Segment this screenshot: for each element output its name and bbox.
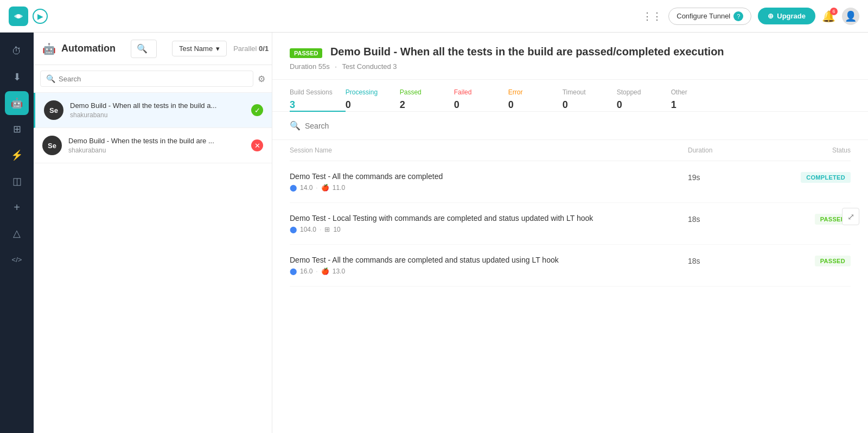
build-search-input[interactable] xyxy=(59,75,247,83)
session-search-bar[interactable]: 🔍 xyxy=(272,112,868,140)
session-row[interactable]: Demo Test - Local Testing with commands … xyxy=(290,203,851,245)
stat-build-sessions[interactable]: Build Sessions 3 xyxy=(290,80,346,112)
status-passed-icon: ✓ xyxy=(251,104,263,116)
build-item[interactable]: Se Demo Build - When all the tests in th… xyxy=(34,93,272,128)
nav-forward-button[interactable]: ▶ xyxy=(33,9,48,24)
sidebar-item-automation[interactable]: 🤖 xyxy=(5,91,29,115)
processing-value: 0 xyxy=(346,99,387,111)
sidebar-item-clock[interactable]: ⏱ xyxy=(5,39,29,63)
session-duration: 19s xyxy=(688,172,764,182)
session-name: Demo Test - All the commands are complet… xyxy=(290,172,688,181)
main-layout: ⏱ ⬇ 🤖 ⊞ ⚡ ◫ + △ </> 🤖 xyxy=(0,33,868,433)
error-value: 0 xyxy=(508,99,550,111)
build-search-row: 🔍 ⚙ xyxy=(34,65,272,93)
session-status: PASSED xyxy=(764,214,851,225)
chrome-icon: ⬤ xyxy=(290,268,297,275)
os-version: 10 xyxy=(333,226,340,233)
layers-icon: ◫ xyxy=(12,175,22,187)
build-name: Demo Build - When the tests in the build… xyxy=(68,137,245,145)
sidebar-item-code[interactable]: </> xyxy=(5,247,29,271)
apple-icon: 🍎 xyxy=(321,184,329,192)
grid-view-icon[interactable]: ⋮⋮ xyxy=(642,10,662,22)
build-list-sidebar: 🤖 Automation 🔍 Test Name ▾ Parallel 0/1 … xyxy=(34,33,272,433)
browser-version: 14.0 xyxy=(300,184,312,192)
build-detail-title: Demo Build - When all the tests in the b… xyxy=(330,46,724,58)
session-search-input[interactable] xyxy=(305,122,851,130)
sidebar-item-plus[interactable]: + xyxy=(5,195,29,219)
stat-failed[interactable]: Failed 0 xyxy=(454,80,508,112)
passed-label: Passed xyxy=(400,88,441,96)
code-icon: </> xyxy=(12,256,22,264)
sidebar-item-shapes[interactable]: △ xyxy=(5,221,29,245)
session-tags: ⬤ 14.0 · 🍎 11.0 xyxy=(290,184,688,192)
build-status: ✕ xyxy=(251,139,263,151)
shapes-icon: △ xyxy=(13,227,21,239)
configure-tunnel-button[interactable]: Configure Tunnel ? xyxy=(668,8,751,25)
grid2-icon: ⊞ xyxy=(13,123,21,135)
bell-wrapper[interactable]: 🔔 6 xyxy=(822,10,835,23)
timeout-value: 0 xyxy=(563,99,604,111)
automation-icon: 🤖 xyxy=(42,42,56,55)
filter-icon[interactable]: ⚙ xyxy=(258,74,265,84)
lightning-icon: ⚡ xyxy=(11,149,23,161)
parallel-label: Parallel 0/1 xyxy=(233,44,269,53)
robot-icon: 🤖 xyxy=(11,97,23,109)
session-row[interactable]: Demo Test - All the commands are complet… xyxy=(290,245,851,286)
logo[interactable] xyxy=(9,7,28,26)
error-label: Error xyxy=(508,88,550,96)
automation-title: Automation xyxy=(61,43,116,54)
sidebar-item-lightning[interactable]: ⚡ xyxy=(5,143,29,167)
build-avatar: Se xyxy=(44,100,63,120)
build-detail-header: PASSED Demo Build - When all the tests i… xyxy=(272,33,868,80)
test-name-dropdown[interactable]: Test Name ▾ xyxy=(172,41,227,56)
top-bar-right: ⋮⋮ Configure Tunnel ? ⊕ Upgrade 🔔 6 👤 xyxy=(642,8,859,25)
build-sessions-value: 3 xyxy=(290,99,333,111)
stat-error[interactable]: Error 0 xyxy=(508,80,563,112)
svg-point-0 xyxy=(16,14,20,18)
session-name: Demo Test - Local Testing with commands … xyxy=(290,214,688,222)
share-button[interactable]: ⤢ xyxy=(842,208,859,225)
build-user: shakurabanu xyxy=(68,147,245,154)
build-status: ✓ xyxy=(251,104,263,116)
duration-value: 55s xyxy=(318,62,330,71)
session-row[interactable]: Demo Test - All the commands are complet… xyxy=(290,161,851,203)
session-duration: 18s xyxy=(688,214,764,224)
clock-icon: ⏱ xyxy=(12,46,22,57)
session-status: PASSED xyxy=(764,256,851,266)
stat-timeout[interactable]: Timeout 0 xyxy=(563,80,617,112)
upgrade-button[interactable]: ⊕ Upgrade xyxy=(758,8,815,24)
avatar[interactable]: 👤 xyxy=(842,8,859,25)
sidebar-item-grid[interactable]: ⊞ xyxy=(5,117,29,141)
build-user: shakurabanu xyxy=(70,111,245,119)
main-content: PASSED Demo Build - When all the tests i… xyxy=(272,33,868,433)
sidebar-item-download[interactable]: ⬇ xyxy=(5,65,29,89)
icon-sidebar: ⏱ ⬇ 🤖 ⊞ ⚡ ◫ + △ </> xyxy=(0,33,34,433)
build-avatar: Se xyxy=(42,136,62,155)
upgrade-icon: ⊕ xyxy=(768,12,774,20)
timeout-label: Timeout xyxy=(563,88,604,96)
build-name: Demo Build - When all the tests in the b… xyxy=(70,101,245,110)
search-by-test-name-bar[interactable]: 🔍 xyxy=(131,40,157,58)
build-search-bar[interactable]: 🔍 xyxy=(40,71,253,87)
other-label: Other xyxy=(671,88,712,96)
session-status: COMPLETED xyxy=(764,172,851,183)
stat-processing[interactable]: Processing 0 xyxy=(346,80,400,112)
stat-other[interactable]: Other 1 xyxy=(671,80,725,112)
stat-stopped[interactable]: Stopped 0 xyxy=(617,80,671,112)
failed-label: Failed xyxy=(454,88,495,96)
session-search-icon: 🔍 xyxy=(290,120,301,131)
share-icon: ⤢ xyxy=(847,212,854,222)
upgrade-label: Upgrade xyxy=(777,12,806,20)
test-name-label: Test Name xyxy=(179,44,213,53)
chrome-icon: ⬤ xyxy=(290,184,297,192)
stat-passed[interactable]: Passed 2 xyxy=(400,80,454,112)
configure-tunnel-label: Configure Tunnel xyxy=(676,12,730,20)
session-table: Session Name Duration Status Demo Test -… xyxy=(272,140,868,286)
status-failed-icon: ✕ xyxy=(251,139,263,151)
build-item[interactable]: Se Demo Build - When the tests in the bu… xyxy=(34,128,272,163)
session-info: Demo Test - All the commands are complet… xyxy=(290,256,688,275)
build-info: Demo Build - When the tests in the build… xyxy=(68,137,245,154)
sidebar-item-layers[interactable]: ◫ xyxy=(5,169,29,193)
browser-version: 104.0 xyxy=(300,226,316,233)
os-version: 11.0 xyxy=(333,184,345,192)
